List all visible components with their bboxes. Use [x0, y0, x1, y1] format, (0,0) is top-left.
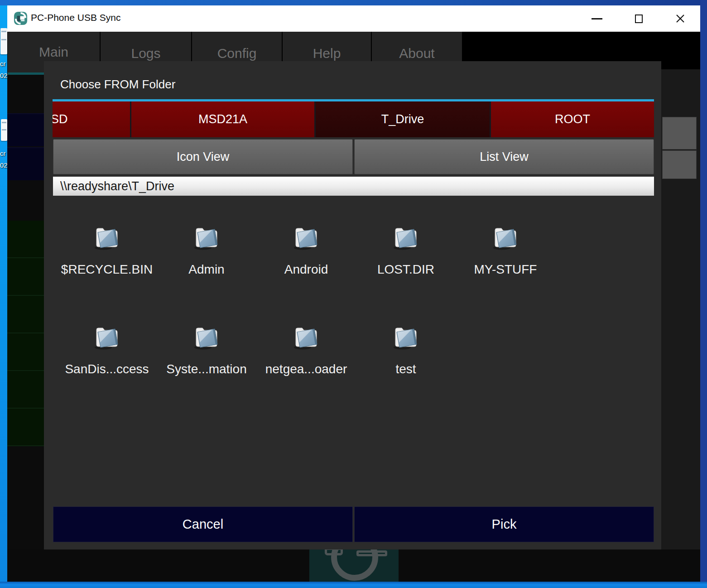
pick-button[interactable]: Pick	[354, 506, 654, 542]
background-list-row	[7, 113, 44, 146]
folder-item[interactable]: SanDis...ccess	[57, 319, 157, 410]
titlebar: PC-Phone USB Sync	[7, 5, 700, 32]
maximize-button[interactable]	[625, 5, 652, 32]
drive-button-t-drive[interactable]: T_Drive	[316, 101, 490, 137]
desktop-edge-top	[0, 0, 707, 5]
desktop-icon-fragment[interactable]	[1, 119, 7, 141]
app-icon	[14, 11, 28, 25]
background-button	[662, 150, 697, 179]
folder-label: netgea...oader	[265, 362, 347, 376]
folder-icon	[391, 224, 420, 251]
drive-button-root[interactable]: ROOT	[491, 101, 654, 137]
close-icon	[675, 14, 685, 24]
folder-item[interactable]: netgea...oader	[256, 319, 356, 410]
folder-label: test	[395, 362, 416, 376]
folder-icon	[92, 324, 121, 350]
folder-icon	[92, 224, 121, 251]
folder-icon	[292, 324, 321, 350]
folder-item[interactable]: MY-STUFF	[456, 220, 555, 310]
desktop-icon-label: cr	[0, 149, 6, 157]
drive-button-msd21a[interactable]: MSD21A	[131, 101, 314, 137]
drive-list: SD MSD21A T_Drive ROOT	[53, 101, 654, 137]
folder-label: $RECYCLE.BIN	[61, 262, 153, 277]
desktop-icon-label: 02	[0, 161, 8, 169]
desktop-edge-bottom	[0, 582, 707, 588]
background-button	[662, 117, 697, 149]
icon-detail	[1, 31, 6, 32]
folder-icon	[192, 324, 221, 350]
drive-button-sd[interactable]: SD	[53, 101, 130, 137]
folder-item[interactable]: Android	[256, 220, 356, 310]
folder-icon	[192, 224, 221, 251]
dialog-title: Choose FROM Folder	[60, 77, 175, 92]
folder-label: Admin	[188, 262, 224, 277]
list-view-button[interactable]: List View	[354, 139, 654, 174]
choose-folder-dialog: Choose FROM Folder SD MSD21A T_Drive ROO…	[44, 61, 661, 549]
desktop-edge-left	[0, 5, 8, 582]
close-button[interactable]	[667, 5, 694, 32]
minimize-icon	[592, 18, 602, 19]
desktop-icon-fragment[interactable]	[0, 28, 7, 54]
minimize-button[interactable]	[583, 5, 611, 32]
folder-label: MY-STUFF	[474, 262, 537, 277]
folder-label: Android	[284, 262, 328, 277]
folder-icon	[391, 324, 420, 350]
folder-label: LOST.DIR	[377, 262, 434, 277]
folder-item[interactable]: Syste...mation	[157, 319, 256, 410]
folder-item[interactable]: LOST.DIR	[356, 220, 456, 310]
sync-button[interactable]	[309, 549, 399, 582]
icon-detail	[1, 39, 6, 40]
window-title: PC-Phone USB Sync	[31, 12, 120, 23]
folder-item[interactable]: test	[356, 319, 456, 410]
maximize-icon	[635, 14, 643, 23]
current-path: \\readyshare\T_Drive	[60, 179, 174, 193]
view-toggle: Icon View List View	[53, 139, 654, 174]
sync-arrow-icon	[331, 549, 378, 581]
folder-label: SanDis...ccess	[65, 362, 149, 376]
dialog-actions: Cancel Pick	[53, 506, 654, 542]
folder-label: Syste...mation	[166, 362, 246, 376]
desktop-icon-label: 02	[0, 72, 8, 79]
desktop: cr 02 cr 02 PC-Phone USB Sync	[0, 0, 707, 588]
background-list-row	[7, 147, 44, 180]
folder-item[interactable]: Admin	[157, 220, 256, 310]
icon-detail	[2, 122, 6, 123]
desktop-edge-right	[700, 0, 707, 582]
folder-icon	[292, 224, 321, 251]
icon-detail	[2, 129, 6, 130]
folder-item[interactable]: $RECYCLE.BIN	[57, 220, 157, 310]
cancel-button[interactable]: Cancel	[53, 506, 353, 542]
desktop-icon-label: cr	[0, 60, 6, 67]
folder-icon	[491, 224, 520, 251]
icon-view-button[interactable]: Icon View	[53, 139, 353, 174]
background-list-rows	[7, 221, 44, 446]
current-path-field[interactable]: \\readyshare\T_Drive	[53, 177, 654, 196]
